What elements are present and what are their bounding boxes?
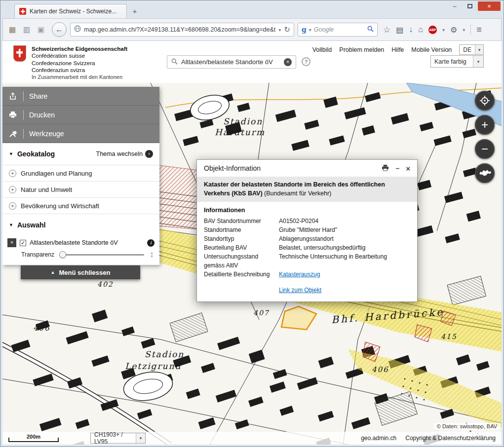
info-row: Beurteilung BAVBelastet, untersuchungsbe… bbox=[204, 243, 410, 252]
adblock-dropdown-icon[interactable]: ▾ bbox=[442, 27, 445, 33]
info-key: Detaillierte Beschreibung bbox=[204, 270, 279, 279]
map-search-field[interactable]: × bbox=[167, 55, 296, 69]
close-menu-label: Menü schliessen bbox=[59, 269, 110, 276]
divider bbox=[23, 110, 24, 120]
map-label-stadion-letzigrund-1: Stadion bbox=[145, 349, 184, 359]
footer-site[interactable]: geo.admin.ch bbox=[361, 435, 396, 442]
layer-reorder-icons[interactable]: ▲ ▼ bbox=[150, 251, 154, 258]
share-label: Share bbox=[29, 92, 47, 100]
window-titlebar[interactable]: Karten der Schweiz - Schweize... + – × bbox=[2, 0, 502, 18]
adblock-icon[interactable]: ABP bbox=[428, 26, 437, 34]
move-down-icon[interactable]: ▼ bbox=[150, 255, 154, 258]
change-theme-link[interactable]: Thema wechseln › bbox=[96, 150, 154, 158]
remove-layer-icon[interactable]: × bbox=[7, 238, 16, 247]
extension-dropdown-icon[interactable]: ▾ bbox=[463, 27, 465, 33]
tools-label: Werkzeuge bbox=[29, 130, 64, 138]
default-extent-button[interactable] bbox=[475, 163, 495, 183]
share-button[interactable]: Share bbox=[2, 87, 159, 106]
new-tab-button[interactable]: + bbox=[128, 6, 141, 17]
projection-select[interactable]: CH1903+ / LV95 ▾ bbox=[90, 433, 146, 444]
kataster-extract-link[interactable]: Katasterauszug bbox=[279, 271, 320, 278]
catalog-item-natur[interactable]: + Natur und Umwelt bbox=[2, 181, 159, 197]
bookmark-star-icon[interactable]: ☆ bbox=[383, 25, 390, 35]
panorama-icon[interactable]: ▦ bbox=[7, 25, 18, 34]
expand-plus-icon[interactable]: + bbox=[9, 170, 16, 177]
zoom-in-button[interactable]: + bbox=[475, 115, 495, 135]
catalog-item-grundlagen[interactable]: + Grundlagen und Planung bbox=[2, 165, 159, 181]
language-select[interactable]: DE ▾ bbox=[459, 44, 484, 55]
page-header: Schweizerische Eidgenossenschaft Confédé… bbox=[2, 41, 502, 83]
tools-button[interactable]: Werkzeuge bbox=[2, 124, 159, 143]
browser-toolbar: ▦ ▥ ▣ ← map.geo.admin.ch/?X=249138.11&Y=… bbox=[2, 18, 502, 41]
caret-up-icon: ▲ bbox=[51, 270, 55, 275]
help-icon[interactable]: ? bbox=[302, 57, 310, 66]
url-text[interactable]: map.geo.admin.ch/?X=249138.11&Y=680698.2… bbox=[84, 26, 275, 33]
language-value: DE bbox=[460, 46, 475, 53]
nav-vollbild[interactable]: Vollbild bbox=[312, 46, 332, 53]
popup-close-icon[interactable]: × bbox=[406, 164, 410, 173]
reload-button[interactable]: ↻ bbox=[284, 25, 290, 34]
downloads-icon[interactable]: ↓ bbox=[409, 25, 413, 34]
nav-mobile-version[interactable]: Mobile Version bbox=[411, 46, 452, 53]
browser-search-bar[interactable]: g ▾ Google bbox=[298, 23, 378, 37]
popup-print-icon[interactable] bbox=[382, 164, 389, 173]
expand-plus-icon[interactable]: + bbox=[9, 186, 16, 193]
extension-gear-icon[interactable]: ⚙ bbox=[450, 25, 457, 35]
info-key: Standortname bbox=[204, 225, 279, 234]
menu-icon[interactable]: ≡ bbox=[476, 25, 482, 35]
geolocate-button[interactable] bbox=[475, 91, 495, 111]
geokatalog-header[interactable]: ▼ Geokatalog Thema wechseln › bbox=[2, 143, 159, 165]
info-key: Standorttyp bbox=[204, 234, 279, 243]
slider-knob[interactable] bbox=[59, 251, 66, 258]
move-up-icon[interactable]: ▲ bbox=[150, 251, 154, 255]
chevron-right-icon: › bbox=[145, 150, 153, 158]
popup-body: Informationen BAV StandortnummerA01502-P… bbox=[197, 202, 417, 301]
close-menu-button[interactable]: ▲ Menü schliessen bbox=[21, 265, 140, 279]
window-minimize-button[interactable]: – bbox=[447, 1, 462, 11]
sidebar-panel-icon[interactable]: ▥ bbox=[21, 25, 32, 34]
catalog-item-bevoelkerung[interactable]: + Bevölkerung und Wirtschaft bbox=[2, 197, 159, 214]
map-label-406-right: 406 bbox=[372, 365, 389, 374]
search-input[interactable] bbox=[181, 58, 280, 66]
search-engine-placeholder[interactable]: Google bbox=[314, 26, 365, 33]
object-link[interactable]: Link zum Objekt bbox=[279, 287, 321, 294]
nav-problem-melden[interactable]: Problem melden bbox=[339, 46, 384, 53]
popup-minimize-icon[interactable]: – bbox=[395, 164, 399, 172]
layer-info-icon[interactable]: i bbox=[147, 239, 155, 247]
map-label-406-left: 406 bbox=[33, 324, 50, 333]
map-style-select[interactable]: Karte farbig ▾ bbox=[430, 55, 484, 68]
catalog-item-label: Grundlagen und Planung bbox=[21, 170, 92, 177]
map-attribution[interactable]: © Daten: swisstopo, BAV bbox=[433, 423, 501, 430]
url-dropdown-icon[interactable]: ▾ bbox=[278, 27, 281, 33]
zoom-out-button[interactable]: − bbox=[475, 139, 495, 159]
toolbar-buttons: ☆ ▤ ↓ ⌂ ABP ▾ ⚙ ▾ ≡ bbox=[383, 24, 482, 35]
globe-icon bbox=[74, 25, 81, 34]
map-label-407: 407 bbox=[253, 309, 270, 317]
divider bbox=[23, 129, 24, 139]
search-go-icon[interactable] bbox=[367, 25, 374, 34]
object-info-popup: Objekt-Information – × Kataster der bela… bbox=[196, 159, 418, 302]
notepad-icon[interactable]: ▣ bbox=[36, 25, 46, 34]
print-button[interactable]: Drucken bbox=[2, 106, 159, 124]
catalog-item-label: Bevölkerung und Wirtschaft bbox=[21, 202, 99, 210]
layer-label[interactable]: Altlasten/belastete Standorte öV bbox=[30, 239, 144, 246]
info-row: StandortnameGrube "Mittlerer Hard" bbox=[204, 225, 410, 234]
bookmarks-menu-icon[interactable]: ▤ bbox=[396, 25, 403, 35]
popup-titlebar[interactable]: Objekt-Information – × bbox=[197, 160, 417, 177]
window-close-button[interactable]: × bbox=[478, 1, 501, 11]
nav-hilfe[interactable]: Hilfe bbox=[391, 46, 404, 53]
transparency-slider[interactable] bbox=[60, 254, 144, 256]
auswahl-header[interactable]: ▼ Auswahl bbox=[2, 214, 159, 235]
url-bar[interactable]: map.geo.admin.ch/?X=249138.11&Y=680698.2… bbox=[70, 23, 294, 37]
clear-search-icon[interactable]: × bbox=[284, 58, 292, 66]
layer-checkbox[interactable]: ✓ bbox=[20, 240, 26, 246]
scale-bar: 200m bbox=[8, 434, 59, 443]
footer-copyright-link[interactable]: Copyright & Datenschutzerklärung bbox=[405, 435, 496, 442]
back-button[interactable]: ← bbox=[52, 22, 67, 37]
info-row: Untersuchungsstand gemäss AltlVTechnisch… bbox=[204, 252, 410, 270]
browser-tab[interactable]: Karten der Schweiz - Schweize... bbox=[14, 4, 127, 18]
search-engine-dropdown-icon[interactable]: ▾ bbox=[309, 27, 311, 33]
expand-plus-icon[interactable]: + bbox=[9, 202, 16, 210]
window-maximize-button[interactable] bbox=[463, 1, 477, 11]
home-icon[interactable]: ⌂ bbox=[418, 25, 423, 34]
